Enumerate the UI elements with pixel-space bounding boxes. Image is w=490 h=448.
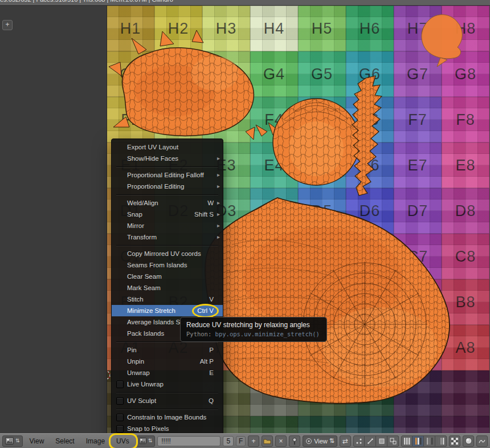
open-image-button[interactable] bbox=[262, 435, 273, 447]
submenu-arrow-icon: ▸ bbox=[217, 183, 220, 189]
menu-item-label: UV Sculpt bbox=[127, 397, 156, 404]
menu-item-label: Unpin bbox=[127, 358, 144, 365]
wave-icon bbox=[479, 438, 485, 445]
menu-separator bbox=[112, 164, 223, 169]
tooltip-title: Reduce UV stretching by relaxing angles bbox=[186, 321, 321, 329]
image-browse-button[interactable]: ⇅ bbox=[136, 435, 156, 447]
menu-item-shortcut: P bbox=[209, 347, 214, 353]
image-name-field[interactable]: !!!!! bbox=[157, 436, 220, 446]
checkbox-icon bbox=[116, 381, 124, 388]
menu-item-unwrap[interactable]: UnwrapE bbox=[112, 367, 223, 378]
menu-item-show-hide-faces[interactable]: Show/Hide Faces▸ bbox=[112, 153, 223, 164]
menu-item-transform[interactable]: Transform▸ bbox=[112, 231, 223, 243]
menu-separator bbox=[112, 192, 223, 197]
menu-view[interactable]: View bbox=[25, 436, 49, 446]
scene-stats-text: ges:652/652 | Faces:516/516 | Tris:668 |… bbox=[0, 0, 173, 3]
menu-item-shortcut: Q bbox=[209, 397, 214, 404]
sync-selection-toggle[interactable]: ⇄ bbox=[340, 435, 351, 447]
unlink-image-button[interactable]: × bbox=[275, 435, 287, 447]
uv-island-main[interactable] bbox=[205, 198, 450, 404]
tooltip-python-code: bpy.ops.uv.minimize_stretch() bbox=[215, 331, 320, 337]
menu-item-label: Copy Mirrored UV coords bbox=[127, 250, 201, 257]
menu-item-label: Weld/Align bbox=[127, 199, 158, 206]
checkbox-icon bbox=[116, 425, 124, 433]
menu-item-label: Transform bbox=[127, 234, 157, 241]
sphere-icon bbox=[465, 437, 472, 445]
image-editor-icon bbox=[5, 437, 14, 445]
menu-item-shortcut: V bbox=[209, 296, 214, 303]
uv-island-top-right[interactable] bbox=[422, 15, 462, 67]
menu-item-export-uv-layout[interactable]: Export UV Layout bbox=[112, 141, 223, 153]
menu-item-shortcut: E bbox=[209, 369, 214, 376]
menu-item-mark-seam[interactable]: Mark Seam bbox=[112, 282, 223, 294]
stripes-alpha-icon bbox=[426, 438, 433, 445]
uv-island-strip[interactable] bbox=[352, 76, 382, 196]
updown-arrows-icon: ⇅ bbox=[329, 438, 334, 444]
editor-type-selector[interactable]: ⇅ bbox=[2, 435, 23, 447]
menu-item-label: Snap to Pixels bbox=[127, 425, 169, 432]
menu-item-label: Pin bbox=[127, 347, 137, 353]
menu-item-proportional-editing-falloff[interactable]: Proportional Editing Falloff▸ bbox=[112, 169, 223, 181]
menu-item-pin[interactable]: PinP bbox=[112, 344, 223, 356]
menu-item-snap-to-pixels[interactable]: Snap to Pixels bbox=[112, 423, 223, 434]
menu-item-label: Constrain to Image Bounds bbox=[127, 414, 206, 421]
new-image-button[interactable]: + bbox=[248, 435, 259, 447]
menu-uvs-label: UVs bbox=[116, 437, 129, 445]
menu-item-minimize-stretch[interactable]: Minimize StretchCtrl V bbox=[112, 305, 223, 316]
menu-item-label: Mark Seam bbox=[127, 284, 161, 291]
menu-select[interactable]: Select bbox=[51, 436, 79, 446]
menu-item-label: Proportional Editing bbox=[127, 183, 184, 190]
menu-item-copy-mirrored-uv-coords[interactable]: Copy Mirrored UV coords bbox=[112, 248, 223, 259]
menu-item-label: Minimize Stretch bbox=[127, 307, 175, 314]
submenu-arrow-icon: ▸ bbox=[217, 234, 220, 240]
matcap-sphere-button[interactable] bbox=[463, 435, 474, 447]
menu-item-constrain-to-image-bounds[interactable]: Constrain to Image Bounds bbox=[112, 412, 223, 423]
submenu-arrow-icon: ▸ bbox=[217, 199, 220, 206]
updown-arrows-icon: ⇅ bbox=[148, 438, 153, 443]
submenu-arrow-icon: ▸ bbox=[217, 172, 220, 178]
uv-island-top-left[interactable] bbox=[109, 30, 254, 136]
expand-toolshelf-button[interactable]: + bbox=[2, 20, 13, 30]
menu-item-uv-sculpt[interactable]: UV SculptQ bbox=[112, 395, 223, 406]
pivot-label: View bbox=[314, 438, 328, 445]
checkbox-icon bbox=[116, 414, 124, 421]
menu-item-clear-seam[interactable]: Clear Seam bbox=[112, 271, 223, 282]
dither-button[interactable] bbox=[449, 435, 460, 447]
menu-uvs[interactable]: UVs bbox=[112, 436, 134, 446]
menu-separator bbox=[112, 406, 223, 412]
channel-alpha-button[interactable] bbox=[424, 435, 435, 447]
menu-item-live-unwrap[interactable]: Live Unwrap bbox=[112, 378, 223, 390]
island-select-button[interactable] bbox=[387, 435, 399, 447]
info-bar-clipped: ges:652/652 | Faces:516/516 | Tris:668 |… bbox=[0, 0, 490, 6]
menu-item-shortcut: W bbox=[207, 199, 214, 206]
face-select-button[interactable] bbox=[376, 435, 387, 447]
pin-button[interactable] bbox=[289, 435, 300, 447]
menu-item-label: Show/Hide Faces bbox=[127, 155, 178, 162]
edge-select-button[interactable] bbox=[365, 435, 376, 447]
menu-item-proportional-editing[interactable]: Proportional Editing▸ bbox=[112, 181, 223, 192]
pivot-selector[interactable]: View ⇅ bbox=[303, 435, 337, 447]
menu-item-stitch[interactable]: StitchV bbox=[112, 294, 223, 305]
menu-item-label: Live Unwrap bbox=[127, 381, 164, 388]
menu-item-weld-align[interactable]: Weld/AlignW▸ bbox=[112, 197, 223, 209]
channel-color-button[interactable] bbox=[401, 435, 413, 447]
fake-user-button[interactable]: F bbox=[236, 436, 246, 446]
tooltip-python-label: Python: bbox=[186, 331, 211, 337]
menu-item-seams-from-islands[interactable]: Seams From Islands bbox=[112, 259, 223, 271]
menu-item-unpin[interactable]: UnpinAlt P bbox=[112, 356, 223, 367]
menu-item-snap[interactable]: SnapShift S▸ bbox=[112, 209, 223, 220]
channel-zbuffer-button[interactable] bbox=[435, 435, 447, 447]
scopes-button[interactable] bbox=[476, 435, 488, 447]
vertex-select-button[interactable] bbox=[353, 435, 365, 447]
frame-number-field[interactable]: 5 bbox=[223, 436, 234, 446]
tooltip-minimize-stretch: Reduce UV stretching by relaxing angles … bbox=[180, 317, 327, 342]
tooltip-python-line: Python: bpy.ops.uv.minimize_stretch() bbox=[186, 331, 321, 337]
menu-image[interactable]: Image bbox=[81, 436, 109, 446]
uv-island-circle[interactable] bbox=[273, 99, 360, 185]
menu-separator bbox=[112, 243, 223, 248]
menu-item-mirror[interactable]: Mirror▸ bbox=[112, 220, 223, 231]
submenu-arrow-icon: ▸ bbox=[217, 222, 220, 229]
menu-item-label: Export UV Layout bbox=[127, 144, 178, 150]
stripes-z-icon bbox=[438, 438, 444, 445]
channel-color-alpha-button[interactable] bbox=[413, 435, 424, 447]
